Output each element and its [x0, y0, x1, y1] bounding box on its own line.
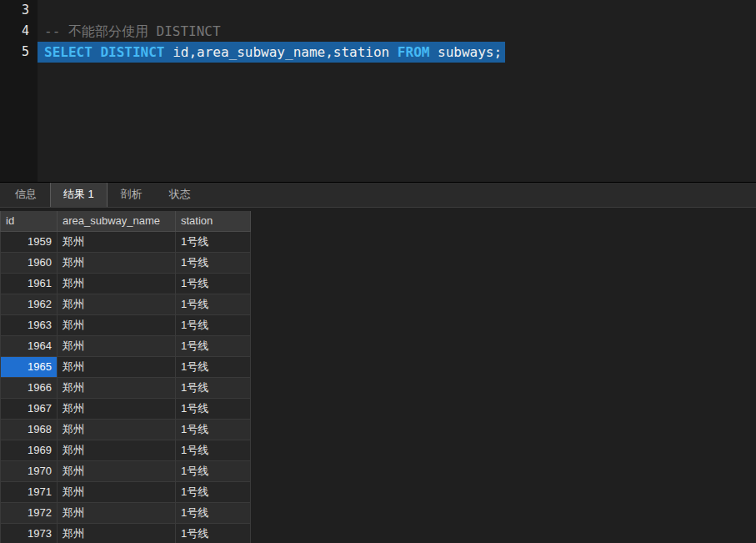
result-tabbar: 信息 结果 1 剖析 状态	[0, 183, 756, 208]
sql-identifiers: id,area_subway_name,station	[165, 44, 398, 60]
sql-keyword: SELECT DISTINCT	[44, 44, 165, 60]
table-row[interactable]: 1971郑州1号线	[1, 481, 251, 502]
table-row[interactable]: 1960郑州1号线	[1, 252, 251, 273]
code-text	[38, 0, 44, 21]
cell-station[interactable]: 1号线	[176, 335, 251, 356]
cell-area[interactable]: 郑州	[58, 398, 176, 419]
table-header-row: id area_subway_name station	[1, 211, 251, 231]
cell-id[interactable]: 1966	[1, 377, 58, 398]
table-row[interactable]: 1973郑州1号线	[1, 523, 251, 543]
cell-id[interactable]: 1972	[1, 502, 58, 523]
sql-comment: -- 不能部分使用 DISTINCT	[38, 21, 221, 42]
cell-id[interactable]: 1963	[1, 314, 58, 335]
cell-area[interactable]: 郑州	[58, 440, 176, 460]
cell-id[interactable]: 1964	[1, 335, 58, 356]
editor-line-3[interactable]: 3	[0, 0, 756, 21]
cell-area[interactable]: 郑州	[58, 460, 176, 481]
column-header-area-subway-name[interactable]: area_subway_name	[58, 211, 176, 231]
cell-id[interactable]: 1969	[1, 440, 58, 460]
cell-area[interactable]: 郑州	[58, 377, 176, 398]
cell-station[interactable]: 1号线	[176, 377, 251, 398]
results-table-body: 1959郑州1号线1960郑州1号线1961郑州1号线1962郑州1号线1963…	[1, 231, 251, 543]
table-row[interactable]: 1963郑州1号线	[1, 314, 251, 335]
results-table: id area_subway_name station 1959郑州1号线196…	[0, 211, 251, 543]
cell-area[interactable]: 郑州	[58, 231, 176, 252]
cell-area[interactable]: 郑州	[58, 481, 176, 502]
cell-id[interactable]: 1960	[1, 252, 58, 273]
cell-id[interactable]: 1962	[1, 294, 58, 314]
tab-result-1[interactable]: 结果 1	[50, 182, 108, 207]
column-header-id[interactable]: id	[1, 211, 58, 231]
sql-client-window: 3 4 -- 不能部分使用 DISTINCT 5 SELECT DISTINCT…	[0, 0, 756, 543]
cell-id[interactable]: 1970	[1, 460, 58, 481]
cell-station[interactable]: 1号线	[176, 356, 251, 377]
table-row[interactable]: 1966郑州1号线	[1, 377, 251, 398]
cell-area[interactable]: 郑州	[58, 273, 176, 294]
table-row[interactable]: 1959郑州1号线	[1, 231, 251, 252]
table-row[interactable]: 1969郑州1号线	[1, 440, 251, 460]
cell-station[interactable]: 1号线	[176, 523, 251, 543]
cell-id[interactable]: 1973	[1, 523, 58, 543]
cell-station[interactable]: 1号线	[176, 502, 251, 523]
sql-identifiers: subways;	[429, 44, 502, 60]
cell-area[interactable]: 郑州	[58, 502, 176, 523]
tab-status[interactable]: 状态	[156, 182, 204, 207]
cell-id[interactable]: 1961	[1, 273, 58, 294]
cell-station[interactable]: 1号线	[176, 294, 251, 314]
cell-area[interactable]: 郑州	[58, 335, 176, 356]
cell-station[interactable]: 1号线	[176, 460, 251, 481]
table-row[interactable]: 1964郑州1号线	[1, 335, 251, 356]
results-area: id area_subway_name station 1959郑州1号线196…	[0, 208, 756, 543]
cell-station[interactable]: 1号线	[176, 440, 251, 460]
cell-station[interactable]: 1号线	[176, 398, 251, 419]
table-row[interactable]: 1962郑州1号线	[1, 294, 251, 314]
table-row[interactable]: 1965郑州1号线	[1, 356, 251, 377]
sql-editor[interactable]: 3 4 -- 不能部分使用 DISTINCT 5 SELECT DISTINCT…	[0, 0, 756, 183]
cell-station[interactable]: 1号线	[176, 314, 251, 335]
table-row[interactable]: 1967郑州1号线	[1, 398, 251, 419]
table-row[interactable]: 1968郑州1号线	[1, 419, 251, 440]
sql-statement-selected: SELECT DISTINCT id,area_subway_name,stat…	[38, 42, 505, 63]
cell-station[interactable]: 1号线	[176, 273, 251, 294]
cell-area[interactable]: 郑州	[58, 523, 176, 543]
cell-station[interactable]: 1号线	[176, 231, 251, 252]
editor-line-4[interactable]: 4 -- 不能部分使用 DISTINCT	[0, 21, 756, 42]
cell-area[interactable]: 郑州	[58, 419, 176, 440]
cell-id[interactable]: 1965	[1, 356, 58, 377]
editor-line-5[interactable]: 5 SELECT DISTINCT id,area_subway_name,st…	[0, 42, 756, 63]
table-row[interactable]: 1972郑州1号线	[1, 502, 251, 523]
table-row[interactable]: 1961郑州1号线	[1, 273, 251, 294]
gutter-background	[0, 63, 38, 182]
cell-station[interactable]: 1号线	[176, 481, 251, 502]
line-number: 3	[0, 0, 38, 21]
line-number: 5	[0, 42, 38, 63]
cell-id[interactable]: 1968	[1, 419, 58, 440]
cell-station[interactable]: 1号线	[176, 252, 251, 273]
cell-id[interactable]: 1971	[1, 481, 58, 502]
column-header-station[interactable]: station	[176, 211, 251, 231]
tab-info[interactable]: 信息	[2, 182, 50, 207]
cell-station[interactable]: 1号线	[176, 419, 251, 440]
cell-area[interactable]: 郑州	[58, 314, 176, 335]
table-row[interactable]: 1970郑州1号线	[1, 460, 251, 481]
tab-profile[interactable]: 剖析	[108, 182, 156, 207]
cell-id[interactable]: 1959	[1, 231, 58, 252]
cell-id[interactable]: 1967	[1, 398, 58, 419]
line-number: 4	[0, 21, 38, 42]
cell-area[interactable]: 郑州	[58, 294, 176, 314]
cell-area[interactable]: 郑州	[58, 356, 176, 377]
sql-keyword: FROM	[398, 44, 430, 60]
cell-area[interactable]: 郑州	[58, 252, 176, 273]
